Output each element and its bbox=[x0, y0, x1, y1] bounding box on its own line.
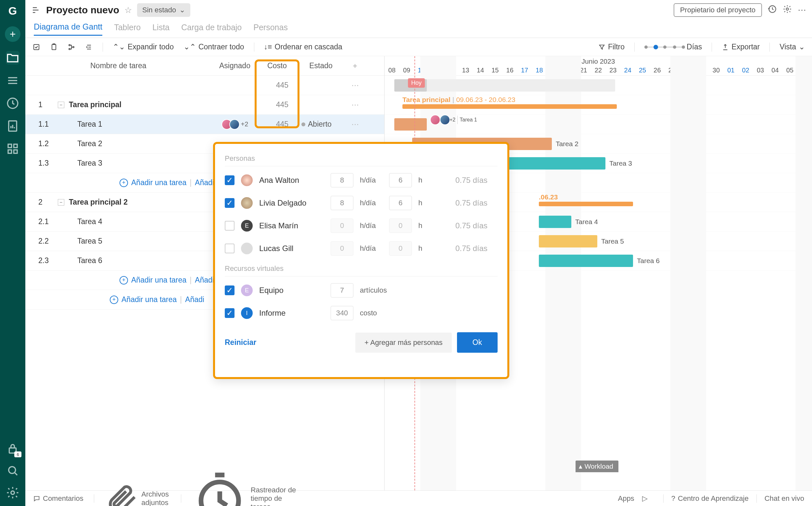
learning-button[interactable]: ? Centro de Aprendizaje bbox=[671, 494, 749, 503]
row-more-icon[interactable]: ⋯ bbox=[344, 100, 367, 109]
task-row[interactable]: 1 − Tarea principal 445 ⋯ bbox=[25, 95, 384, 115]
day-cell: 16 bbox=[502, 65, 517, 75]
ok-button[interactable]: Ok bbox=[457, 332, 498, 353]
add-column-button[interactable]: + bbox=[344, 61, 367, 71]
new-button[interactable]: + bbox=[5, 26, 20, 42]
branch-icon[interactable] bbox=[68, 43, 75, 51]
chat-button[interactable]: Chat en vivo bbox=[764, 494, 804, 503]
main-bar-2[interactable] bbox=[539, 202, 633, 206]
more-icon[interactable]: ⋯ bbox=[798, 5, 806, 15]
workload-toggle[interactable]: Workload bbox=[576, 460, 619, 472]
header-status: Estado bbox=[298, 61, 344, 70]
row-more-icon[interactable]: ⋯ bbox=[344, 120, 367, 129]
export-button[interactable]: Exportar bbox=[722, 43, 760, 51]
hours-input[interactable] bbox=[389, 173, 412, 187]
hours-input[interactable] bbox=[389, 196, 412, 210]
person-avatar bbox=[241, 197, 253, 209]
day-cell: 08 bbox=[385, 65, 399, 75]
star-icon[interactable]: ☆ bbox=[125, 5, 132, 15]
comments-button[interactable]: Comentarios bbox=[33, 494, 83, 503]
add-more-button[interactable]: + Agregar más personas bbox=[355, 333, 452, 353]
lock-icon[interactable]: 6 bbox=[6, 442, 19, 455]
main-bar-1[interactable] bbox=[402, 104, 617, 109]
history-icon[interactable] bbox=[768, 5, 777, 16]
task-name: Tarea 1 bbox=[77, 120, 102, 129]
checkbox-icon[interactable] bbox=[32, 43, 40, 51]
person-name: Lucas Gill bbox=[259, 244, 324, 253]
tab-gantt[interactable]: Diagrama de Gantt bbox=[34, 22, 102, 36]
hours-input[interactable] bbox=[389, 241, 412, 256]
svg-point-8 bbox=[11, 491, 15, 495]
day-cell: 03 bbox=[753, 65, 767, 75]
day-cell: 15 bbox=[488, 65, 502, 75]
person-row: Lucas Gill h/día h 0.75 días bbox=[225, 237, 498, 260]
header-assigned: Asignado bbox=[214, 61, 256, 70]
cascade-button[interactable]: ↓≡ Ordenar en cascada bbox=[264, 43, 342, 51]
report-icon[interactable] bbox=[6, 119, 19, 133]
clipboard-icon[interactable] bbox=[50, 43, 58, 51]
person-checkbox[interactable] bbox=[225, 244, 235, 253]
virtual-value-input[interactable] bbox=[331, 283, 353, 298]
collapse-button[interactable]: ⌄⌃ Contraer todo bbox=[183, 43, 244, 51]
task-bar-6[interactable]: Tarea 6 bbox=[539, 255, 633, 267]
person-row: E Elisa Marín h/día h 0.75 días bbox=[225, 215, 498, 237]
person-checkbox[interactable]: ✓ bbox=[225, 175, 235, 185]
topbar: Proyecto nuevo ☆ Sin estado⌄ Propietario… bbox=[25, 0, 812, 20]
filter-button[interactable]: Filtro bbox=[598, 43, 625, 51]
grid-icon[interactable] bbox=[6, 142, 19, 156]
collapse-icon[interactable]: − bbox=[58, 199, 64, 205]
task-row[interactable]: 1.1 Tarea 1 +2 445 Abierto ⋯ bbox=[25, 115, 384, 134]
tab-workload[interactable]: Carga de trabajo bbox=[181, 23, 242, 35]
day-cell: 05 bbox=[783, 65, 797, 75]
list-icon[interactable] bbox=[6, 74, 19, 87]
svg-rect-2 bbox=[8, 144, 12, 148]
virtual-avatar: I bbox=[241, 307, 253, 319]
hours-input[interactable] bbox=[389, 219, 412, 233]
task-name: Tarea 3 bbox=[77, 159, 102, 168]
settings-icon[interactable] bbox=[783, 5, 792, 16]
grid-header: Nombre de tarea Asignado Costo Estado + bbox=[25, 56, 384, 76]
tab-people[interactable]: Personas bbox=[253, 23, 288, 35]
tab-list[interactable]: Lista bbox=[152, 23, 170, 35]
svg-point-14 bbox=[73, 47, 74, 48]
indent-icon[interactable] bbox=[85, 43, 93, 51]
person-checkbox[interactable]: ✓ bbox=[225, 198, 235, 208]
svg-rect-11 bbox=[52, 45, 56, 50]
virtual-value-input[interactable] bbox=[331, 306, 353, 320]
virtual-row: ✓ E Equipo artículos bbox=[225, 279, 498, 302]
hours-day-input[interactable] bbox=[331, 173, 353, 187]
view-button[interactable]: Vista ⌄ bbox=[780, 43, 805, 51]
task-bar-4[interactable]: Tarea 4 bbox=[539, 216, 571, 228]
folder-icon[interactable] bbox=[6, 51, 19, 65]
zoom-slider[interactable]: Días bbox=[644, 43, 702, 51]
svg-point-7 bbox=[9, 467, 16, 474]
summary-bar[interactable] bbox=[394, 79, 615, 92]
hours-day-input[interactable] bbox=[331, 241, 353, 256]
svg-point-12 bbox=[69, 45, 70, 46]
day-cell: 24 bbox=[620, 65, 635, 75]
task-name: Tarea 4 bbox=[77, 217, 102, 226]
gear-icon[interactable] bbox=[6, 486, 19, 500]
task-bar-3[interactable]: Tarea 3 bbox=[501, 157, 605, 170]
clock-icon[interactable] bbox=[6, 96, 19, 110]
search-icon[interactable] bbox=[6, 464, 19, 478]
reset-button[interactable]: Reiniciar bbox=[225, 338, 256, 347]
hours-day-input[interactable] bbox=[331, 219, 353, 233]
virtual-name: Equipo bbox=[259, 286, 324, 295]
play-store-icon[interactable]: ▷ bbox=[642, 494, 648, 503]
collapse-icon[interactable]: − bbox=[58, 102, 64, 108]
header-task: Nombre de tarea bbox=[25, 61, 214, 70]
hours-day-input[interactable] bbox=[331, 196, 353, 210]
row-more-icon[interactable]: ⋯ bbox=[344, 81, 367, 90]
tab-board[interactable]: Tablero bbox=[114, 23, 141, 35]
status-dropdown[interactable]: Sin estado⌄ bbox=[137, 3, 190, 17]
person-checkbox[interactable] bbox=[225, 221, 235, 231]
virtual-checkbox[interactable]: ✓ bbox=[225, 285, 235, 295]
person-avatar: E bbox=[241, 220, 253, 232]
owner-button[interactable]: Propietario del proyecto bbox=[674, 3, 762, 17]
virtual-checkbox[interactable]: ✓ bbox=[225, 308, 235, 318]
expand-button[interactable]: ⌃⌄ Expandir todo bbox=[113, 43, 174, 51]
task-bar-5[interactable]: Tarea 5 bbox=[539, 235, 597, 248]
task-bar-1[interactable] bbox=[394, 118, 427, 131]
person-name: Livia Delgado bbox=[259, 198, 324, 207]
